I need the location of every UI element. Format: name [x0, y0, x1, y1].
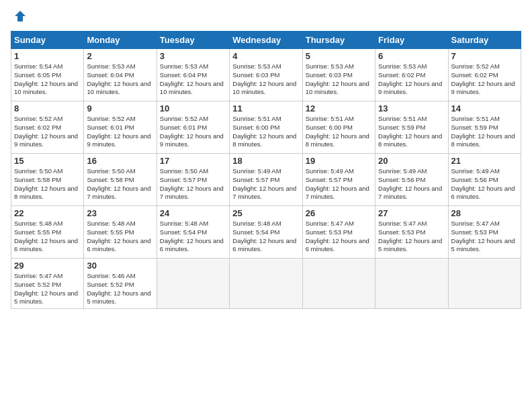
calendar-cell: [230, 259, 302, 309]
calendar-cell: 24Sunrise: 5:48 AMSunset: 5:54 PMDayligh…: [157, 206, 229, 259]
day-number: 16: [87, 156, 153, 166]
day-number: 1: [14, 51, 81, 61]
cell-text: Sunrise: 5:52 AMSunset: 6:01 PMDaylight:…: [160, 115, 226, 149]
day-number: 7: [451, 51, 518, 61]
cell-text: Sunrise: 5:48 AMSunset: 5:55 PMDaylight:…: [87, 220, 153, 254]
calendar-week-row: 22Sunrise: 5:48 AMSunset: 5:55 PMDayligh…: [11, 206, 521, 259]
cell-text: Sunrise: 5:53 AMSunset: 6:03 PMDaylight:…: [306, 62, 372, 97]
header-sunday: Sunday: [11, 32, 84, 49]
calendar-cell: 9Sunrise: 5:52 AMSunset: 6:01 PMDaylight…: [84, 101, 157, 154]
calendar-cell: 18Sunrise: 5:49 AMSunset: 5:57 PMDayligh…: [230, 154, 302, 206]
calendar-cell: 1Sunrise: 5:54 AMSunset: 6:05 PMDaylight…: [11, 49, 84, 101]
day-number: 4: [232, 51, 299, 61]
day-number: 23: [87, 208, 153, 218]
calendar-cell: 12Sunrise: 5:51 AMSunset: 6:00 PMDayligh…: [302, 101, 375, 154]
day-number: 13: [378, 103, 445, 113]
calendar-cell: 2Sunrise: 5:53 AMSunset: 6:04 PMDaylight…: [84, 49, 157, 101]
calendar-cell: 20Sunrise: 5:49 AMSunset: 5:56 PMDayligh…: [375, 154, 448, 206]
day-number: 18: [232, 156, 299, 166]
calendar-cell: 29Sunrise: 5:47 AMSunset: 5:52 PMDayligh…: [11, 259, 84, 309]
calendar-cell: 15Sunrise: 5:50 AMSunset: 5:58 PMDayligh…: [11, 154, 84, 206]
calendar-week-row: 1Sunrise: 5:54 AMSunset: 6:05 PMDaylight…: [11, 49, 521, 101]
cell-text: Sunrise: 5:49 AMSunset: 5:57 PMDaylight:…: [232, 167, 299, 201]
calendar-cell: 4Sunrise: 5:53 AMSunset: 6:03 PMDaylight…: [230, 49, 302, 101]
day-number: 9: [87, 103, 153, 113]
cell-text: Sunrise: 5:52 AMSunset: 6:02 PMDaylight:…: [451, 62, 518, 97]
calendar-cell: [448, 259, 521, 309]
calendar-cell: 14Sunrise: 5:51 AMSunset: 5:59 PMDayligh…: [448, 101, 521, 154]
cell-text: Sunrise: 5:49 AMSunset: 5:56 PMDaylight:…: [378, 167, 445, 201]
day-number: 20: [378, 156, 445, 166]
calendar-cell: 16Sunrise: 5:50 AMSunset: 5:58 PMDayligh…: [84, 154, 157, 206]
calendar-week-row: 8Sunrise: 5:52 AMSunset: 6:02 PMDaylight…: [11, 101, 521, 154]
calendar-table: Sunday Monday Tuesday Wednesday Thursday…: [11, 31, 521, 309]
calendar-cell: 11Sunrise: 5:51 AMSunset: 6:00 PMDayligh…: [230, 101, 302, 154]
cell-text: Sunrise: 5:51 AMSunset: 5:59 PMDaylight:…: [378, 115, 445, 149]
calendar-cell: [302, 259, 375, 309]
day-number: 2: [87, 51, 153, 61]
calendar-cell: 13Sunrise: 5:51 AMSunset: 5:59 PMDayligh…: [375, 101, 448, 154]
day-number: 15: [14, 156, 81, 166]
day-number: 30: [87, 261, 153, 271]
day-number: 25: [232, 208, 299, 218]
cell-text: Sunrise: 5:48 AMSunset: 5:55 PMDaylight:…: [14, 220, 81, 254]
logo: [11, 11, 28, 24]
calendar-week-row: 29Sunrise: 5:47 AMSunset: 5:52 PMDayligh…: [11, 259, 521, 309]
calendar-week-row: 15Sunrise: 5:50 AMSunset: 5:58 PMDayligh…: [11, 154, 521, 206]
cell-text: Sunrise: 5:52 AMSunset: 6:02 PMDaylight:…: [14, 115, 81, 149]
day-number: 14: [451, 103, 518, 113]
calendar-cell: 22Sunrise: 5:48 AMSunset: 5:55 PMDayligh…: [11, 206, 84, 259]
cell-text: Sunrise: 5:49 AMSunset: 5:57 PMDaylight:…: [306, 167, 372, 201]
calendar-cell: 23Sunrise: 5:48 AMSunset: 5:55 PMDayligh…: [84, 206, 157, 259]
cell-text: Sunrise: 5:49 AMSunset: 5:56 PMDaylight:…: [451, 167, 518, 201]
cell-text: Sunrise: 5:54 AMSunset: 6:05 PMDaylight:…: [14, 62, 81, 97]
calendar-cell: [157, 259, 229, 309]
cell-text: Sunrise: 5:53 AMSunset: 6:04 PMDaylight:…: [160, 62, 226, 97]
day-number: 8: [14, 103, 81, 113]
calendar-cell: 6Sunrise: 5:53 AMSunset: 6:02 PMDaylight…: [375, 49, 448, 101]
calendar-cell: 28Sunrise: 5:47 AMSunset: 5:53 PMDayligh…: [448, 206, 521, 259]
calendar-cell: 17Sunrise: 5:50 AMSunset: 5:57 PMDayligh…: [157, 154, 229, 206]
logo-icon: [12, 8, 28, 24]
cell-text: Sunrise: 5:50 AMSunset: 5:57 PMDaylight:…: [160, 167, 226, 201]
cell-text: Sunrise: 5:53 AMSunset: 6:03 PMDaylight:…: [232, 62, 299, 97]
cell-text: Sunrise: 5:48 AMSunset: 5:54 PMDaylight:…: [232, 220, 299, 254]
header-friday: Friday: [375, 32, 448, 49]
calendar-cell: 26Sunrise: 5:47 AMSunset: 5:53 PMDayligh…: [302, 206, 375, 259]
cell-text: Sunrise: 5:53 AMSunset: 6:04 PMDaylight:…: [87, 62, 153, 97]
day-number: 10: [160, 103, 226, 113]
day-number: 6: [378, 51, 445, 61]
day-number: 29: [14, 261, 81, 271]
cell-text: Sunrise: 5:52 AMSunset: 6:01 PMDaylight:…: [87, 115, 153, 149]
calendar-cell: 21Sunrise: 5:49 AMSunset: 5:56 PMDayligh…: [448, 154, 521, 206]
day-number: 21: [451, 156, 518, 166]
calendar-cell: [375, 259, 448, 309]
cell-text: Sunrise: 5:50 AMSunset: 5:58 PMDaylight:…: [87, 167, 153, 201]
calendar-cell: 8Sunrise: 5:52 AMSunset: 6:02 PMDaylight…: [11, 101, 84, 154]
day-number: 28: [451, 208, 518, 218]
calendar-cell: 7Sunrise: 5:52 AMSunset: 6:02 PMDaylight…: [448, 49, 521, 101]
page: Sunday Monday Tuesday Wednesday Thursday…: [0, 0, 532, 411]
header-saturday: Saturday: [448, 32, 521, 49]
cell-text: Sunrise: 5:51 AMSunset: 5:59 PMDaylight:…: [451, 115, 518, 149]
day-number: 17: [160, 156, 226, 166]
cell-text: Sunrise: 5:50 AMSunset: 5:58 PMDaylight:…: [14, 167, 81, 201]
header: [11, 11, 521, 24]
cell-text: Sunrise: 5:46 AMSunset: 5:52 PMDaylight:…: [87, 272, 153, 306]
day-number: 22: [14, 208, 81, 218]
header-monday: Monday: [84, 32, 157, 49]
day-number: 11: [232, 103, 299, 113]
cell-text: Sunrise: 5:51 AMSunset: 6:00 PMDaylight:…: [306, 115, 372, 149]
cell-text: Sunrise: 5:51 AMSunset: 6:00 PMDaylight:…: [232, 115, 299, 149]
day-number: 3: [160, 51, 226, 61]
cell-text: Sunrise: 5:47 AMSunset: 5:52 PMDaylight:…: [14, 272, 81, 306]
day-number: 26: [306, 208, 372, 218]
header-tuesday: Tuesday: [157, 32, 229, 49]
cell-text: Sunrise: 5:47 AMSunset: 5:53 PMDaylight:…: [451, 220, 518, 254]
cell-text: Sunrise: 5:53 AMSunset: 6:02 PMDaylight:…: [378, 62, 445, 97]
header-wednesday: Wednesday: [230, 32, 302, 49]
calendar-header-row: Sunday Monday Tuesday Wednesday Thursday…: [11, 32, 521, 49]
day-number: 19: [306, 156, 372, 166]
calendar-cell: 10Sunrise: 5:52 AMSunset: 6:01 PMDayligh…: [157, 101, 229, 154]
calendar-cell: 5Sunrise: 5:53 AMSunset: 6:03 PMDaylight…: [302, 49, 375, 101]
